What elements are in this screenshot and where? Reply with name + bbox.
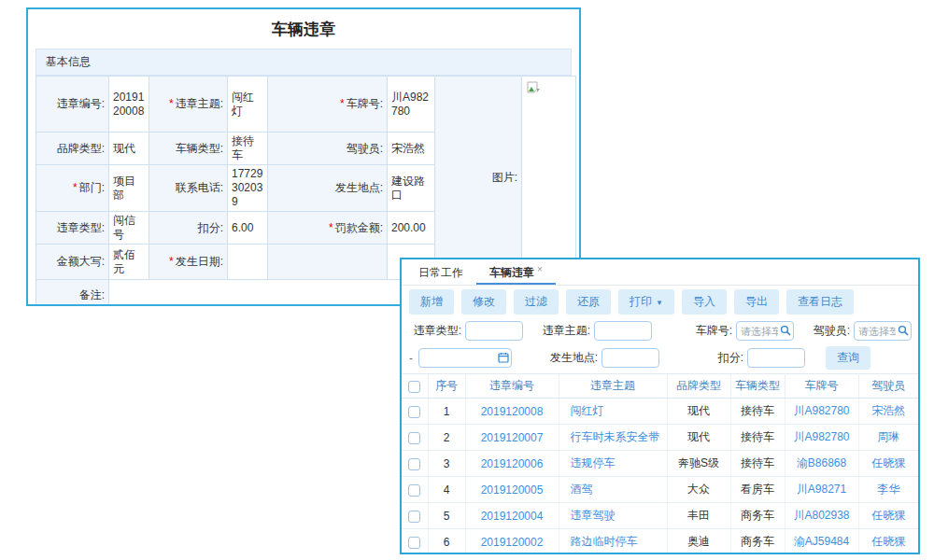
tab-vehicle-violation[interactable]: 车辆违章× — [476, 259, 556, 285]
violation-type-input[interactable] — [465, 321, 523, 341]
export-button[interactable]: 导出 — [734, 289, 779, 315]
field-value-violation-type: 闯信号 — [109, 212, 149, 245]
search-icon[interactable] — [898, 325, 909, 339]
row-checkbox[interactable] — [408, 406, 420, 418]
cell-code[interactable]: 2019120004 — [465, 503, 559, 529]
toolbar: 新增 修改 过滤 还原 打印▼ 导入 导出 查看日志 — [402, 286, 918, 317]
filter-label-location: 发生地点: — [544, 350, 598, 366]
violation-list-panel: 日常工作 车辆违章× 新增 修改 过滤 还原 打印▼ 导入 导出 查看日志 违章… — [400, 258, 920, 554]
import-button[interactable]: 导入 — [682, 289, 727, 315]
field-label-violation-no: 违章编号: — [36, 77, 109, 133]
chevron-down-icon: ▼ — [656, 299, 663, 307]
points-input[interactable] — [747, 348, 805, 368]
select-all-cell — [402, 374, 428, 399]
cell-plate[interactable]: 川A982780 — [785, 425, 858, 451]
cell-subject[interactable]: 行车时未系安全带 — [559, 425, 667, 451]
location-input[interactable] — [601, 348, 659, 368]
filter-label-plate: 车牌号: — [689, 323, 732, 339]
cell-driver[interactable]: 任晓猓 — [858, 451, 918, 477]
tab-bar: 日常工作 车辆违章× — [402, 259, 918, 286]
cell-code[interactable]: 2019120005 — [465, 477, 559, 503]
date-range-separator: - — [409, 352, 413, 365]
row-checkbox-cell — [402, 425, 428, 451]
cell-code[interactable]: 2019120002 — [465, 529, 559, 555]
search-icon[interactable] — [780, 325, 791, 339]
field-value-violation-no: 2019120008 — [109, 77, 149, 133]
field-value-phone: 17729302039 — [228, 165, 268, 212]
cell-driver[interactable]: 任晓猓 — [858, 503, 918, 529]
cell-driver[interactable]: 任晓猓 — [858, 529, 918, 555]
cell-code[interactable]: 2019120006 — [465, 451, 559, 477]
row-checkbox[interactable] — [408, 511, 420, 523]
cell-type: 接待车 — [730, 425, 785, 451]
field-value-points: 6.00 — [228, 212, 268, 245]
cell-no: 1 — [428, 399, 465, 425]
col-header-brand: 品牌类型 — [667, 374, 730, 399]
subject-input[interactable] — [594, 321, 652, 341]
field-value-brand: 现代 — [109, 133, 149, 165]
cell-brand: 大众 — [667, 477, 730, 503]
row-checkbox[interactable] — [408, 432, 420, 444]
cell-subject[interactable]: 违规停车 — [559, 451, 667, 477]
row-checkbox[interactable] — [408, 537, 420, 549]
table-row: 52019120004违章驾驶丰田商务车川A802938任晓猓 — [402, 503, 918, 529]
restore-button[interactable]: 还原 — [566, 289, 611, 315]
field-label-date: *发生日期: — [149, 245, 228, 280]
table-row: 12019120008闯红灯现代接待车川A982780宋浩然 — [402, 399, 918, 425]
cell-subject[interactable]: 违章驾驶 — [559, 503, 667, 529]
field-label-brand: 品牌类型: — [36, 133, 109, 165]
cell-driver[interactable]: 宋浩然 — [858, 399, 918, 425]
filter-area: 违章类型: 违章主题: 车牌号: 驾驶员: - — [402, 317, 918, 371]
cell-type: 接待车 — [730, 399, 785, 425]
cell-plate[interactable]: 渝AJ59484 — [785, 529, 858, 555]
edit-button[interactable]: 修改 — [461, 289, 506, 315]
select-all-checkbox[interactable] — [408, 381, 420, 393]
cell-code[interactable]: 2019120008 — [465, 399, 559, 425]
print-button[interactable]: 打印▼ — [618, 289, 674, 315]
col-header-no: 序号 — [428, 374, 465, 399]
cell-plate[interactable]: 渝B86868 — [785, 451, 858, 477]
tab-close-icon[interactable]: × — [537, 264, 543, 274]
field-label-image: 图片: — [435, 77, 522, 280]
filter-label-violation-type: 违章类型: — [407, 323, 461, 339]
cell-plate[interactable]: 川A98271 — [785, 477, 858, 503]
row-checkbox[interactable] — [408, 458, 420, 470]
cell-driver[interactable]: 周琳 — [858, 425, 918, 451]
table-body: 12019120008闯红灯现代接待车川A982780宋浩然2201912000… — [402, 399, 918, 555]
cell-driver[interactable]: 李华 — [858, 477, 918, 503]
field-label-phone: 联系电话: — [149, 165, 228, 212]
row-checkbox-cell — [402, 477, 428, 503]
row-checkbox-cell — [402, 399, 428, 425]
cell-code[interactable]: 2019120007 — [465, 425, 559, 451]
add-button[interactable]: 新增 — [409, 289, 454, 315]
filter-button[interactable]: 过滤 — [514, 289, 559, 315]
field-value-date — [228, 245, 268, 280]
cell-no: 5 — [428, 503, 465, 529]
cell-brand: 奔驰S级 — [667, 451, 730, 477]
cell-subject[interactable]: 闯红灯 — [559, 399, 667, 425]
col-header-plate: 车牌号 — [785, 374, 858, 399]
filter-label-points: 扣分: — [712, 350, 743, 366]
cell-no: 3 — [428, 451, 465, 477]
field-value-fine: 200.00 — [388, 212, 435, 245]
cell-plate[interactable]: 川A802938 — [785, 503, 858, 529]
field-value-department: 项目部 — [109, 165, 149, 212]
field-value-subject: 闯红灯 — [228, 77, 268, 133]
row-checkbox-cell — [402, 503, 428, 529]
row-checkbox[interactable] — [408, 484, 420, 497]
field-value-amount-words: 贰佰元 — [109, 245, 149, 280]
calendar-icon[interactable] — [498, 352, 509, 366]
field-label-department: *部门: — [36, 165, 109, 212]
view-log-button[interactable]: 查看日志 — [786, 289, 854, 315]
cell-subject[interactable]: 酒驾 — [559, 477, 667, 503]
cell-plate[interactable]: 川A982780 — [785, 399, 858, 425]
query-button[interactable]: 查询 — [826, 346, 870, 370]
col-header-code: 违章编号 — [465, 374, 559, 399]
field-label-plate: *车牌号: — [268, 77, 388, 133]
cell-brand: 现代 — [667, 399, 730, 425]
cell-subject[interactable]: 路边临时停车 — [559, 529, 667, 555]
empty-label-cell — [268, 245, 388, 280]
field-label-points: 扣分: — [149, 212, 228, 245]
tab-daily-work[interactable]: 日常工作 — [405, 259, 476, 285]
cell-type: 接待车 — [730, 451, 785, 477]
